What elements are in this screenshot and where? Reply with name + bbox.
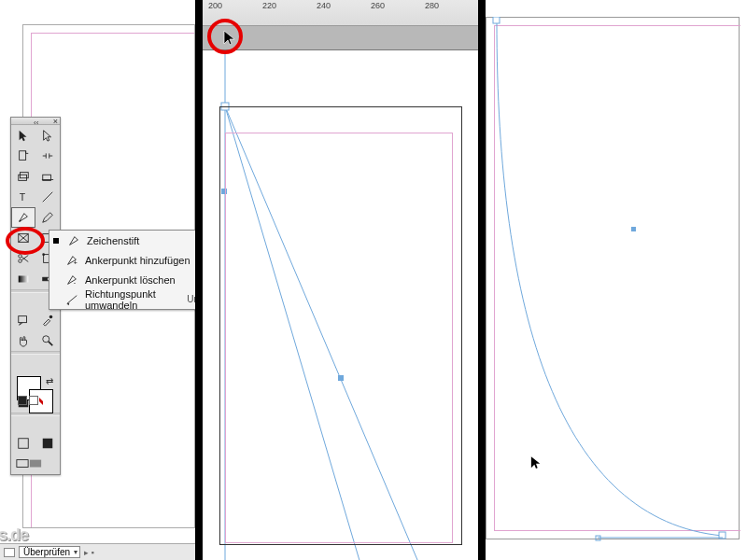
svg-text:+: + bbox=[74, 259, 78, 266]
svg-rect-16 bbox=[19, 276, 29, 283]
canvas-middle[interactable] bbox=[203, 50, 478, 560]
apply-none-icon[interactable] bbox=[29, 396, 38, 405]
svg-rect-19 bbox=[19, 316, 27, 323]
panel-divider bbox=[478, 0, 486, 560]
svg-text:T: T bbox=[20, 191, 26, 203]
watermark-text: s.de bbox=[0, 525, 28, 545]
pen-plus-icon: + bbox=[64, 254, 79, 267]
pen-icon bbox=[66, 234, 81, 247]
pencil-tool[interactable] bbox=[35, 207, 60, 228]
toolbox-header[interactable]: ‹‹ × bbox=[11, 118, 60, 125]
svg-line-22 bbox=[49, 342, 52, 345]
horizontal-ruler[interactable]: 200 220 240 260 280 bbox=[203, 0, 478, 26]
gradient-swatch-tool[interactable] bbox=[11, 269, 35, 289]
svg-rect-37 bbox=[493, 17, 500, 23]
svg-rect-26 bbox=[43, 439, 53, 449]
svg-point-21 bbox=[43, 336, 49, 343]
type-tool[interactable]: T bbox=[11, 187, 35, 207]
svg-rect-28 bbox=[30, 460, 41, 468]
panel-divider bbox=[195, 0, 203, 560]
svg-point-12 bbox=[19, 255, 22, 259]
fill-stroke-swatch[interactable]: ⇄ bbox=[11, 371, 60, 409]
svg-line-5 bbox=[43, 192, 53, 203]
svg-rect-25 bbox=[19, 439, 29, 449]
preview-mode-button[interactable] bbox=[35, 433, 60, 454]
convert-point-icon bbox=[64, 293, 79, 306]
selection-tool[interactable] bbox=[11, 125, 35, 146]
close-icon[interactable]: × bbox=[53, 117, 58, 126]
status-bar: Überprüfen ▸ ▪ bbox=[0, 543, 195, 560]
flyout-label: Richtungspunkt umwandeln bbox=[85, 288, 181, 311]
scissors-tool[interactable] bbox=[11, 248, 35, 269]
hand-tool[interactable] bbox=[11, 330, 35, 351]
content-collector-tool[interactable] bbox=[11, 166, 35, 187]
status-dropdown[interactable]: Überprüfen bbox=[19, 546, 80, 558]
collapse-icon[interactable]: ‹‹ bbox=[34, 119, 43, 124]
eyedropper-tool[interactable] bbox=[35, 310, 60, 330]
svg-point-11 bbox=[19, 259, 22, 263]
ruler-label: 260 bbox=[371, 1, 385, 10]
margin-guide bbox=[225, 133, 453, 543]
pen-minus-icon: - bbox=[64, 273, 79, 287]
curve-path bbox=[486, 17, 747, 558]
svg-rect-39 bbox=[631, 227, 636, 231]
note-tool[interactable] bbox=[11, 310, 35, 330]
pen-tool[interactable] bbox=[11, 207, 35, 228]
svg-point-6 bbox=[20, 220, 21, 222]
preflight-icon[interactable] bbox=[4, 548, 15, 557]
active-dot-icon bbox=[53, 238, 59, 244]
ruler-label: 220 bbox=[262, 1, 276, 10]
document-tab-bar[interactable] bbox=[203, 26, 478, 50]
gap-tool[interactable] bbox=[35, 146, 60, 166]
svg-point-14 bbox=[42, 253, 45, 256]
zoom-tool[interactable] bbox=[35, 330, 60, 351]
direct-selection-tool[interactable] bbox=[35, 125, 60, 146]
content-placer-tool[interactable] bbox=[35, 166, 60, 187]
screen-mode-button[interactable] bbox=[11, 454, 60, 474]
ruler-label: 280 bbox=[425, 1, 439, 10]
svg-rect-27 bbox=[17, 460, 28, 468]
ruler-label: 240 bbox=[317, 1, 331, 10]
apply-color-icon[interactable] bbox=[18, 396, 27, 405]
status-next-icon[interactable]: ▸ ▪ bbox=[84, 548, 94, 557]
svg-text:-: - bbox=[74, 279, 77, 286]
svg-rect-0 bbox=[20, 151, 26, 161]
ruler-label: 200 bbox=[208, 1, 222, 10]
svg-point-20 bbox=[49, 315, 53, 319]
swap-fill-stroke-icon[interactable]: ⇄ bbox=[46, 376, 53, 386]
rectangle-frame-tool[interactable] bbox=[11, 228, 35, 248]
cursor-arrow-icon bbox=[223, 30, 236, 47]
line-tool[interactable] bbox=[35, 187, 60, 207]
svg-rect-18 bbox=[43, 277, 48, 281]
page-tool[interactable] bbox=[11, 146, 35, 166]
normal-mode-button[interactable] bbox=[11, 433, 35, 454]
